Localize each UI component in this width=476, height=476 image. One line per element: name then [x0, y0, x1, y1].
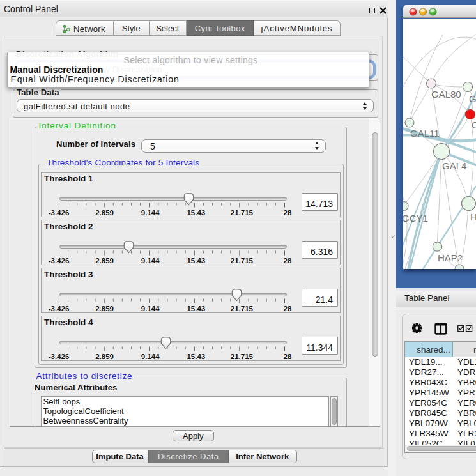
- svg-text:GAL4: GAL4: [442, 160, 466, 171]
- svg-text:C: C: [472, 119, 476, 130]
- svg-text:GAL80: GAL80: [431, 89, 461, 100]
- svg-text:HAP2: HAP2: [438, 252, 463, 263]
- svg-text:H: H: [470, 211, 476, 222]
- svg-text:GAL11: GAL11: [410, 128, 440, 139]
- svg-text:G: G: [469, 93, 476, 104]
- svg-text:GCY1: GCY1: [403, 213, 428, 224]
